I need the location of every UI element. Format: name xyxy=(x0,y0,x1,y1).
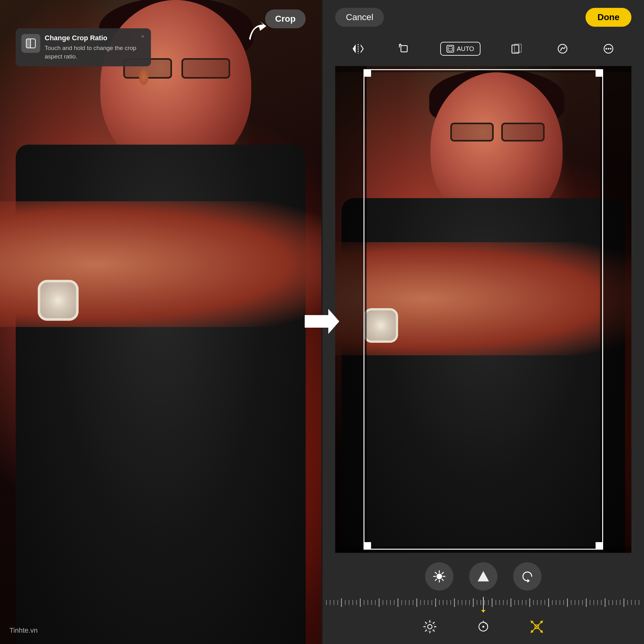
crop-transform-tool-button[interactable] xyxy=(526,616,548,638)
svg-point-13 xyxy=(606,48,607,50)
bottom-controls xyxy=(323,556,644,644)
svg-rect-1 xyxy=(26,39,31,48)
tooltip-description: Touch and hold to change the crop aspect… xyxy=(45,44,145,61)
done-button[interactable]: Done xyxy=(586,8,631,27)
svg-point-11 xyxy=(558,44,567,53)
photo-edit-area[interactable] xyxy=(335,66,631,553)
tooltip-title: Change Crop Ratio xyxy=(45,34,145,42)
tooltip-popup: Change Crop Ratio Touch and hold to chan… xyxy=(16,28,151,66)
left-panel: Crop Change Crop Ratio Touch and hold to… xyxy=(0,0,321,644)
svg-line-24 xyxy=(435,579,437,581)
crop-overlay-left xyxy=(335,66,367,553)
svg-line-22 xyxy=(442,579,444,581)
more-options-icon[interactable] xyxy=(599,39,618,58)
watermark: Tinhte.vn xyxy=(9,626,38,635)
svg-line-21 xyxy=(435,572,437,574)
svg-marker-26 xyxy=(527,579,530,583)
crop-overlay-right xyxy=(600,66,631,553)
rotate-tool-button[interactable] xyxy=(472,616,494,638)
tooltip-text-area: Change Crop Ratio Touch and hold to chan… xyxy=(45,34,145,61)
rotation-ruler[interactable] xyxy=(323,597,644,613)
aspect-ratio-icon[interactable] xyxy=(507,39,526,58)
arrow-to-crop-icon xyxy=(246,18,271,45)
svg-rect-6 xyxy=(401,46,407,52)
crop-corner-br[interactable] xyxy=(596,542,603,550)
crop-corner-tr[interactable] xyxy=(596,69,603,77)
svg-point-124 xyxy=(482,626,484,628)
head-left xyxy=(100,0,251,170)
watch-left xyxy=(38,280,79,321)
tooltip-close-button[interactable]: × xyxy=(139,33,147,40)
auto-button[interactable]: AUTO xyxy=(440,42,480,56)
auto-label: AUTO xyxy=(457,45,474,53)
auto-enhance-button[interactable] xyxy=(425,562,453,591)
svg-point-15 xyxy=(610,48,612,50)
bottom-tools-row xyxy=(419,616,548,638)
svg-point-14 xyxy=(608,48,609,50)
crop-button[interactable]: Crop xyxy=(265,9,306,28)
svg-marker-25 xyxy=(478,571,489,581)
rotate-flip-button[interactable] xyxy=(513,562,541,591)
filter-button[interactable] xyxy=(469,562,497,591)
tooltip-icon xyxy=(21,34,40,53)
crop-corner-bl[interactable] xyxy=(364,542,371,550)
tools-bar: AUTO xyxy=(323,35,644,63)
svg-marker-5 xyxy=(353,45,356,53)
markup-icon[interactable] xyxy=(553,39,572,58)
right-panel: Cancel Done xyxy=(323,0,644,644)
crop-corner-tl[interactable] xyxy=(364,69,371,77)
auto-aspect-icon xyxy=(447,45,454,53)
svg-point-16 xyxy=(436,574,442,579)
action-buttons-row xyxy=(425,562,541,591)
svg-point-113 xyxy=(428,625,432,629)
top-bar: Cancel Done xyxy=(323,0,644,35)
crop-border[interactable] xyxy=(364,69,603,550)
cancel-button[interactable]: Cancel xyxy=(335,8,384,27)
flip-horizontal-icon[interactable] xyxy=(349,39,368,58)
svg-marker-112 xyxy=(481,610,486,613)
svg-line-23 xyxy=(442,572,444,574)
svg-line-119 xyxy=(433,630,434,631)
crop-rotate-icon[interactable] xyxy=(395,39,414,58)
brightness-tool-button[interactable] xyxy=(419,616,441,638)
ear-left xyxy=(139,69,148,85)
